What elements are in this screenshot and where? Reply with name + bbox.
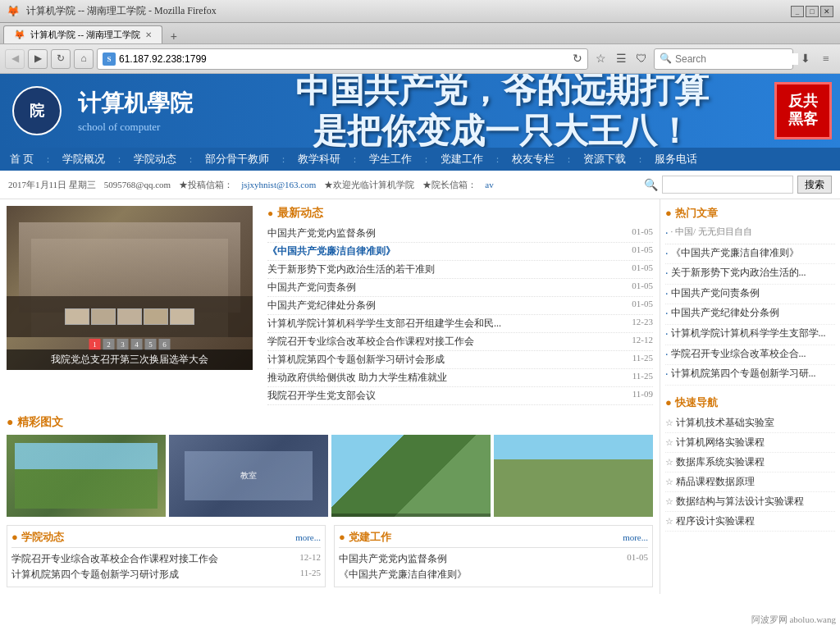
news-link-5[interactable]: 中国共产党纪律处分条例 (267, 299, 628, 313)
quick-nav-title: 快速导航 (665, 395, 835, 410)
news-item-3: 关于新形势下党内政治生活的若干准则 01-05 (267, 261, 653, 279)
school-news-date-1: 12-12 (299, 552, 321, 566)
featured-image-4[interactable] (494, 435, 653, 517)
main-layout: 1 2 3 4 5 6 我院党总支召开第三次换届选举大会 最新动态 中国共产党党… (0, 199, 840, 594)
download-icon[interactable]: ⬇ (797, 49, 815, 69)
quick-nav-item-2[interactable]: 计算机网络实验课程 (665, 433, 835, 453)
hot-article-item-4[interactable]: 中国共产党纪律处分条例 (665, 304, 835, 325)
refresh-button[interactable]: ↻ (51, 49, 71, 69)
browser-title: 计算机学院 -- 湖南理工学院 - Mozilla Firefox (26, 4, 217, 18)
browser-tab[interactable]: 🦊 计算机学院 -- 湖南理工学院 ✕ (3, 25, 162, 43)
party-work-section: 党建工作 more... 中国共产党党内监督条例 01-05 《中国共产党廉洁自… (334, 525, 653, 587)
nav-phone[interactable]: 服务电话 (645, 148, 707, 171)
tab-close-button[interactable]: ✕ (145, 30, 152, 39)
school-news-link-1[interactable]: 学院召开专业综合改革校企合作课程对接工作会 (11, 552, 295, 566)
browser-search-input[interactable] (675, 53, 798, 65)
top-content-row: 1 2 3 4 5 6 我院党总支召开第三次换届选举大会 最新动态 中国共产党党… (7, 206, 653, 405)
maximize-button[interactable]: □ (806, 6, 819, 17)
news-link-7[interactable]: 学院召开专业综合改革校企合作课程对接工作会 (267, 335, 628, 349)
hot-article-item-5[interactable]: 计算机学院计算机科学学生支部学... (665, 325, 835, 345)
slide-dot-3[interactable]: 3 (117, 339, 129, 350)
site-search-button[interactable]: 搜索 (797, 176, 832, 194)
nav-home[interactable]: 首 页 (0, 148, 43, 171)
minimize-button[interactable]: _ (791, 6, 804, 17)
header-slogan: 中国共产党，爷的远期打算 是把你变成一只大王八！ (164, 74, 840, 148)
school-news-date-2: 11-25 (300, 568, 321, 582)
news-link-8[interactable]: 计算机院第四个专题创新学习研讨会形成 (267, 353, 628, 367)
news-link-3[interactable]: 关于新形势下党内政治生活的若干准则 (267, 262, 628, 276)
news-link-9[interactable]: 推动政府供给侧供改 助力大学生精准就业 (267, 371, 628, 385)
forward-button[interactable]: ▶ (28, 49, 48, 69)
news-link-10[interactable]: 我院召开学生党支部会议 (267, 389, 628, 403)
party-news-link-2[interactable]: 《中国共产党廉洁自律准则》 (339, 568, 644, 582)
hot-article-item-1[interactable]: 《中国共产党廉洁自律准则》 (665, 244, 835, 265)
hot-article-item-6[interactable]: 学院召开专业综合改革校企合... (665, 345, 835, 366)
news-date-2: 01-05 (632, 244, 653, 258)
hot-article-item-7[interactable]: 计算机院第四个专题创新学习研... (665, 365, 835, 386)
close-button[interactable]: ✕ (820, 6, 833, 17)
slide-dot-6[interactable]: 6 (159, 339, 171, 350)
school-news-title: 学院动态 (11, 530, 64, 545)
quick-nav-item-4[interactable]: 精品课程数据原理 (665, 472, 835, 492)
featured-images: 教室 (7, 435, 653, 517)
hot-article-item-2[interactable]: 关于新形势下党内政治生活的... (665, 264, 835, 285)
news-item-7: 学院召开专业综合改革校企合作课程对接工作会 12-12 (267, 333, 653, 351)
nav-sep-5: ： (350, 153, 359, 166)
news-date-7: 12-12 (632, 335, 653, 349)
news-link-4[interactable]: 中国共产党问责条例 (267, 281, 628, 294)
reload-icon[interactable]: ↻ (573, 52, 582, 66)
new-tab-button[interactable]: + (166, 29, 182, 43)
nav-alumni[interactable]: 校友专栏 (502, 148, 564, 171)
bottom-sections: 学院动态 more... 学院召开专业综合改革校企合作课程对接工作会 12-12… (7, 525, 653, 587)
featured-image-2[interactable]: 教室 (169, 435, 328, 517)
slide-dot-4[interactable]: 4 (131, 339, 143, 350)
hot-article-item-3[interactable]: 中国共产党问责条例 (665, 285, 835, 305)
school-news-header: 学院动态 more... (11, 530, 321, 548)
quick-nav-item-3[interactable]: 数据库系统实验课程 (665, 453, 835, 472)
home-button[interactable]: ⌂ (74, 49, 94, 69)
nav-teachers[interactable]: 部分骨干教师 (195, 148, 279, 171)
nav-dynamics[interactable]: 学院动态 (124, 148, 186, 171)
featured-image-3[interactable] (331, 435, 491, 517)
news-link-1[interactable]: 中国共产党党内监督条例 (267, 226, 628, 240)
slide-dot-2[interactable]: 2 (103, 339, 115, 350)
reader-mode-button[interactable]: ☰ (612, 49, 630, 69)
party-work-more[interactable]: more... (623, 532, 648, 542)
nav-overview[interactable]: 学院概况 (52, 148, 115, 171)
school-news-link-2[interactable]: 计算机院第四个专题创新学习研讨形成 (11, 568, 296, 582)
nav-research[interactable]: 教学科研 (288, 148, 350, 171)
browser-navbar: ◀ ▶ ↻ ⌂ S ↻ ☆ ☰ 🛡 🔍 ⬇ ≡ (0, 44, 840, 74)
news-item-10: 我院召开学生党支部会议 11-09 (267, 387, 653, 405)
site-search-input[interactable] (662, 176, 793, 194)
quick-nav-item-5[interactable]: 数据结构与算法设计实验课程 (665, 492, 835, 512)
news-date-3: 01-05 (632, 262, 653, 276)
url-input[interactable] (119, 53, 569, 65)
back-button[interactable]: ◀ (5, 49, 25, 69)
bookmark-star-button[interactable]: ☆ (591, 49, 609, 69)
nav-student[interactable]: 学生工作 (359, 148, 422, 171)
slide-dot-1[interactable]: 1 (89, 339, 101, 350)
news-link-6[interactable]: 计算机学院计算机科学学生支部召开组建学生会和民... (267, 317, 628, 331)
slogan-text: 中国共产党，爷的远期打算 是把你变成一只大王八！ (295, 74, 709, 148)
quick-nav-item-6[interactable]: 程序设计实验课程 (665, 512, 835, 532)
hot-article-item-0[interactable]: · 中国/ 无无归目自自 (665, 224, 835, 244)
site-header: 院 计算机學院 school of computer 中国共产党，爷的远期打算 … (0, 74, 840, 148)
featured-image-1[interactable] (7, 435, 166, 517)
nav-sep-1: ： (43, 153, 52, 166)
news-date-4: 01-05 (632, 281, 653, 294)
news-date-1: 01-05 (632, 226, 653, 240)
email2-display: jsjxyhnist@163.com (241, 180, 316, 189)
school-news-section: 学院动态 more... 学院召开专业综合改革校企合作课程对接工作会 12-12… (7, 525, 326, 587)
menu-button[interactable]: ≡ (817, 49, 835, 69)
anti-hacker-badge: 反共黑客 (774, 82, 832, 139)
news-link-2[interactable]: 《中国共产党廉洁自律准则》 (267, 244, 628, 258)
nav-party[interactable]: 党建工作 (431, 148, 493, 171)
slogan-line2: 是把你变成一只大王八！ (295, 111, 709, 148)
hot-articles-section: 热门文章 · 中国/ 无无归目自自 《中国共产党廉洁自律准则》 关于新形势下党内… (665, 206, 835, 386)
quick-nav-item-1[interactable]: 计算机技术基础实验室 (665, 413, 835, 433)
nav-download[interactable]: 资源下载 (573, 148, 636, 171)
nav-sep-9: ： (636, 153, 645, 166)
slide-dot-5[interactable]: 5 (145, 339, 157, 350)
school-news-more[interactable]: more... (295, 532, 321, 542)
party-news-link-1[interactable]: 中国共产党党内监督条例 (339, 552, 623, 566)
